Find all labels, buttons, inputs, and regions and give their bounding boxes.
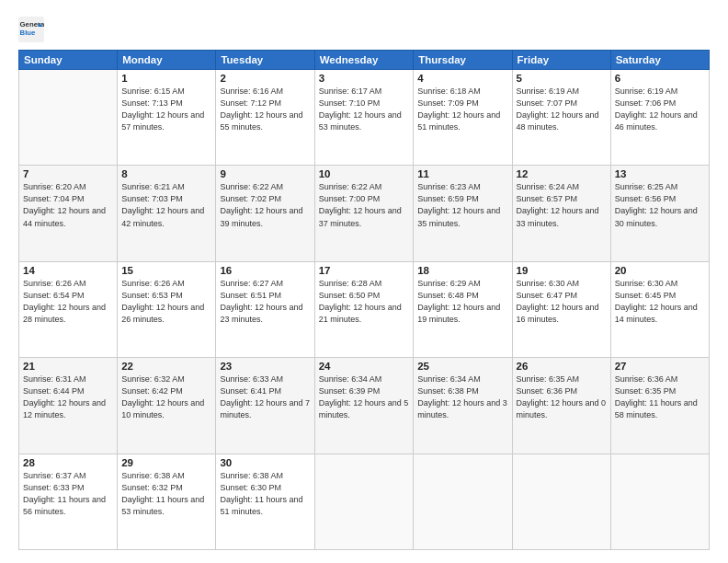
logo: General Blue	[18, 17, 48, 42]
day-number: 3	[319, 73, 410, 84]
calendar-row: 7Sunrise: 6:20 AM Sunset: 7:04 PM Daylig…	[19, 166, 710, 261]
day-number: 28	[23, 457, 113, 468]
calendar-row: 21Sunrise: 6:31 AM Sunset: 6:44 PM Dayli…	[19, 358, 710, 454]
calendar-cell: 8Sunrise: 6:21 AM Sunset: 7:03 PM Daylig…	[118, 166, 216, 261]
cell-content: Sunrise: 6:30 AM Sunset: 6:45 PM Dayligh…	[615, 278, 705, 326]
day-number: 15	[121, 265, 211, 276]
cell-content: Sunrise: 6:21 AM Sunset: 7:03 PM Dayligh…	[121, 181, 211, 229]
day-number: 14	[23, 265, 113, 276]
calendar-cell: 10Sunrise: 6:22 AM Sunset: 7:00 PM Dayli…	[314, 166, 414, 261]
calendar-cell: 15Sunrise: 6:26 AM Sunset: 6:53 PM Dayli…	[118, 261, 216, 357]
cell-content: Sunrise: 6:19 AM Sunset: 7:06 PM Dayligh…	[615, 86, 705, 133]
day-number: 11	[417, 168, 507, 179]
cell-content: Sunrise: 6:25 AM Sunset: 6:56 PM Dayligh…	[615, 181, 705, 229]
cell-content: Sunrise: 6:33 AM Sunset: 6:41 PM Dayligh…	[220, 373, 310, 421]
day-number: 8	[121, 168, 211, 179]
cell-content: Sunrise: 6:18 AM Sunset: 7:09 PM Dayligh…	[417, 86, 507, 133]
day-number: 6	[615, 73, 705, 84]
col-header-saturday: Saturday	[610, 51, 709, 70]
calendar-cell	[512, 454, 610, 549]
cell-content: Sunrise: 6:30 AM Sunset: 6:47 PM Dayligh…	[517, 278, 607, 326]
calendar-cell	[610, 454, 709, 549]
col-header-monday: Monday	[118, 51, 216, 70]
calendar-cell: 18Sunrise: 6:29 AM Sunset: 6:48 PM Dayli…	[414, 261, 512, 357]
calendar-cell: 30Sunrise: 6:38 AM Sunset: 6:30 PM Dayli…	[216, 454, 314, 549]
cell-content: Sunrise: 6:15 AM Sunset: 7:13 PM Dayligh…	[121, 86, 211, 133]
day-number: 23	[220, 361, 310, 372]
day-number: 29	[121, 457, 211, 468]
cell-content: Sunrise: 6:19 AM Sunset: 7:07 PM Dayligh…	[517, 86, 607, 133]
day-number: 24	[319, 361, 410, 372]
cell-content: Sunrise: 6:28 AM Sunset: 6:50 PM Dayligh…	[319, 278, 410, 326]
day-number: 26	[517, 361, 607, 372]
cell-content: Sunrise: 6:23 AM Sunset: 6:59 PM Dayligh…	[417, 181, 507, 229]
cell-content: Sunrise: 6:35 AM Sunset: 6:36 PM Dayligh…	[517, 373, 607, 421]
col-header-tuesday: Tuesday	[216, 51, 314, 70]
day-number: 16	[220, 265, 310, 276]
logo-icon: General Blue	[18, 17, 44, 42]
svg-text:Blue: Blue	[20, 29, 37, 37]
calendar-cell: 12Sunrise: 6:24 AM Sunset: 6:57 PM Dayli…	[512, 166, 610, 261]
svg-text:General: General	[20, 20, 44, 29]
col-header-thursday: Thursday	[414, 51, 512, 70]
calendar-cell: 5Sunrise: 6:19 AM Sunset: 7:07 PM Daylig…	[512, 70, 610, 166]
day-number: 20	[615, 265, 705, 276]
cell-content: Sunrise: 6:29 AM Sunset: 6:48 PM Dayligh…	[417, 278, 507, 326]
cell-content: Sunrise: 6:26 AM Sunset: 6:54 PM Dayligh…	[23, 278, 113, 326]
day-number: 19	[517, 265, 607, 276]
calendar-cell: 16Sunrise: 6:27 AM Sunset: 6:51 PM Dayli…	[216, 261, 314, 357]
cell-content: Sunrise: 6:38 AM Sunset: 6:32 PM Dayligh…	[121, 470, 211, 518]
day-number: 10	[319, 168, 410, 179]
day-number: 21	[23, 361, 113, 372]
calendar-cell: 9Sunrise: 6:22 AM Sunset: 7:02 PM Daylig…	[216, 166, 314, 261]
col-header-wednesday: Wednesday	[314, 51, 414, 70]
calendar-cell: 22Sunrise: 6:32 AM Sunset: 6:42 PM Dayli…	[118, 358, 216, 454]
calendar-cell: 2Sunrise: 6:16 AM Sunset: 7:12 PM Daylig…	[216, 70, 314, 166]
calendar-cell: 11Sunrise: 6:23 AM Sunset: 6:59 PM Dayli…	[414, 166, 512, 261]
calendar-cell: 21Sunrise: 6:31 AM Sunset: 6:44 PM Dayli…	[19, 358, 118, 454]
day-number: 17	[319, 265, 410, 276]
calendar-cell: 23Sunrise: 6:33 AM Sunset: 6:41 PM Dayli…	[216, 358, 314, 454]
page: General Blue SundayMondayTuesdayWednesda…	[0, 0, 728, 563]
calendar-row: 14Sunrise: 6:26 AM Sunset: 6:54 PM Dayli…	[19, 261, 710, 357]
cell-content: Sunrise: 6:34 AM Sunset: 6:39 PM Dayligh…	[319, 373, 410, 421]
calendar-row: 28Sunrise: 6:37 AM Sunset: 6:33 PM Dayli…	[19, 454, 710, 549]
calendar-cell: 26Sunrise: 6:35 AM Sunset: 6:36 PM Dayli…	[512, 358, 610, 454]
cell-content: Sunrise: 6:27 AM Sunset: 6:51 PM Dayligh…	[220, 278, 310, 326]
day-number: 9	[220, 168, 310, 179]
cell-content: Sunrise: 6:31 AM Sunset: 6:44 PM Dayligh…	[23, 373, 113, 421]
calendar-row: 1Sunrise: 6:15 AM Sunset: 7:13 PM Daylig…	[19, 70, 710, 166]
calendar-cell: 29Sunrise: 6:38 AM Sunset: 6:32 PM Dayli…	[118, 454, 216, 549]
calendar-cell: 4Sunrise: 6:18 AM Sunset: 7:09 PM Daylig…	[414, 70, 512, 166]
calendar-cell: 17Sunrise: 6:28 AM Sunset: 6:50 PM Dayli…	[314, 261, 414, 357]
cell-content: Sunrise: 6:26 AM Sunset: 6:53 PM Dayligh…	[121, 278, 211, 326]
calendar-header-row: SundayMondayTuesdayWednesdayThursdayFrid…	[19, 51, 710, 70]
calendar-cell	[314, 454, 414, 549]
day-number: 1	[121, 73, 211, 84]
col-header-friday: Friday	[512, 51, 610, 70]
calendar-cell	[414, 454, 512, 549]
calendar-cell: 25Sunrise: 6:34 AM Sunset: 6:38 PM Dayli…	[414, 358, 512, 454]
cell-content: Sunrise: 6:36 AM Sunset: 6:35 PM Dayligh…	[615, 373, 705, 421]
calendar-cell: 7Sunrise: 6:20 AM Sunset: 7:04 PM Daylig…	[19, 166, 118, 261]
cell-content: Sunrise: 6:20 AM Sunset: 7:04 PM Dayligh…	[23, 181, 113, 229]
calendar-cell: 1Sunrise: 6:15 AM Sunset: 7:13 PM Daylig…	[118, 70, 216, 166]
day-number: 2	[220, 73, 310, 84]
calendar-cell: 19Sunrise: 6:30 AM Sunset: 6:47 PM Dayli…	[512, 261, 610, 357]
calendar-cell: 3Sunrise: 6:17 AM Sunset: 7:10 PM Daylig…	[314, 70, 414, 166]
calendar-cell: 14Sunrise: 6:26 AM Sunset: 6:54 PM Dayli…	[19, 261, 118, 357]
cell-content: Sunrise: 6:24 AM Sunset: 6:57 PM Dayligh…	[517, 181, 607, 229]
calendar-table: SundayMondayTuesdayWednesdayThursdayFrid…	[18, 50, 710, 550]
cell-content: Sunrise: 6:32 AM Sunset: 6:42 PM Dayligh…	[121, 373, 211, 421]
day-number: 30	[220, 457, 310, 468]
cell-content: Sunrise: 6:16 AM Sunset: 7:12 PM Dayligh…	[220, 86, 310, 133]
day-number: 13	[615, 168, 705, 179]
cell-content: Sunrise: 6:34 AM Sunset: 6:38 PM Dayligh…	[417, 373, 507, 421]
calendar-cell: 6Sunrise: 6:19 AM Sunset: 7:06 PM Daylig…	[610, 70, 709, 166]
calendar-cell: 13Sunrise: 6:25 AM Sunset: 6:56 PM Dayli…	[610, 166, 709, 261]
header: General Blue	[18, 17, 710, 42]
calendar-cell: 27Sunrise: 6:36 AM Sunset: 6:35 PM Dayli…	[610, 358, 709, 454]
day-number: 5	[517, 73, 607, 84]
day-number: 22	[121, 361, 211, 372]
cell-content: Sunrise: 6:38 AM Sunset: 6:30 PM Dayligh…	[220, 470, 310, 518]
